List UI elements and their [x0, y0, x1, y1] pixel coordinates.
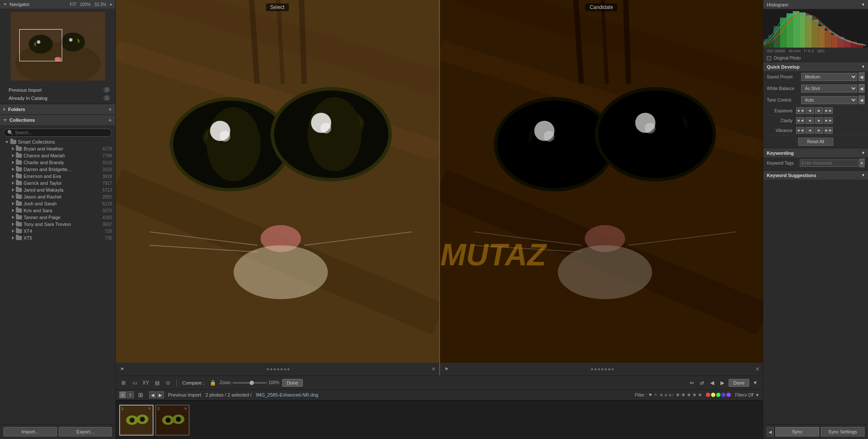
collection-item-charlie-brandy[interactable]: Charlie and Brandy 3133 — [0, 159, 115, 166]
purple-label-filter[interactable] — [726, 393, 731, 397]
zoom-slider[interactable] — [232, 382, 267, 384]
keyword-tags-input[interactable] — [800, 159, 859, 167]
collection-item-garrick-taylor[interactable]: Garrick and Taylor 7917 — [0, 180, 115, 186]
sync-settings-button[interactable]: Sync Settings — [821, 427, 865, 436]
filmstrip-thumb-2[interactable]: 2 ✕ — [155, 405, 190, 436]
quick-develop-options-icon[interactable]: ▾ — [862, 64, 865, 69]
folders-header[interactable]: Folders + — [0, 104, 115, 114]
collection-item-xt4[interactable]: XT4 728 — [0, 228, 115, 235]
status-filename[interactable]: IMG_2585-Enhanced-NR.dng — [256, 392, 319, 397]
navigator-fit[interactable]: FIT — [70, 2, 76, 7]
navigator-options-icon[interactable]: ▾ — [110, 2, 112, 7]
star4[interactable]: ★ — [692, 392, 697, 398]
swap2-icon[interactable]: ⇄ — [698, 379, 706, 387]
tone-control-prev-arrow[interactable]: ◀ — [859, 96, 865, 104]
collections-search-input[interactable] — [15, 130, 108, 135]
people-view-icon[interactable]: ⊙ — [164, 379, 172, 387]
navigator-zoom2[interactable]: 33.3% — [94, 2, 106, 7]
star-rating-filter[interactable]: ★ ★ ★ ★ ★ — [675, 392, 702, 398]
swap-images-icon[interactable]: ⇔ — [687, 379, 696, 387]
saved-preset-select[interactable]: Medium — [801, 73, 857, 81]
vibrance-increment-button[interactable]: ► — [815, 127, 823, 134]
saved-preset-prev-arrow[interactable]: ◀ — [859, 72, 865, 81]
grid-icon[interactable]: ⊞ — [136, 391, 145, 399]
keywording-options-icon[interactable]: ▾ — [862, 150, 865, 156]
vibrance-decrement-button[interactable]: ◄ — [805, 127, 814, 134]
done-button[interactable]: Done — [282, 379, 303, 387]
close-left-icon[interactable]: ✕ — [431, 366, 436, 372]
sort2-icon[interactable]: ≡↑ — [669, 393, 674, 397]
collections-search-bar[interactable]: 🔍 — [3, 129, 112, 137]
flag-filter3-icon[interactable]: ✕ — [660, 393, 663, 397]
grid-view-icon[interactable]: ⊞ — [119, 379, 128, 387]
survey-view-icon[interactable]: ▤ — [153, 379, 161, 387]
flag-icon-left[interactable]: ⚑ — [119, 366, 125, 372]
filmstrip-thumb-1[interactable]: 1 ✕ — [119, 405, 154, 436]
next-icon[interactable]: ▶ — [718, 379, 727, 387]
vibrance-increment-large-button[interactable]: ►► — [824, 127, 833, 134]
original-photo-checkbox[interactable] — [767, 56, 771, 60]
filmstrip-close2-icon[interactable]: ✕ — [184, 406, 187, 411]
collection-item-xt5[interactable]: XT5 735 — [0, 235, 115, 241]
yellow-label-filter[interactable] — [711, 393, 715, 397]
navigator-zoom1[interactable]: 100% — [80, 2, 91, 7]
exposure-increment-large-button[interactable]: ►► — [824, 107, 833, 114]
green-label-filter[interactable] — [716, 393, 720, 397]
clarity-decrement-button[interactable]: ◄ — [805, 117, 814, 124]
collection-item-jared-makayla[interactable]: Jared and Makayla 5713 — [0, 186, 115, 193]
compare-view-icon[interactable]: XY — [142, 379, 150, 387]
clarity-increment-button[interactable]: ► — [815, 117, 823, 124]
clarity-increment-large-button[interactable]: ►► — [824, 117, 833, 124]
star3[interactable]: ★ — [687, 392, 691, 398]
filter-toggle-icon[interactable]: ▼ — [755, 393, 760, 397]
close-right-icon[interactable]: ✕ — [755, 366, 760, 372]
filmstrip-close1-icon[interactable]: ✕ — [148, 406, 151, 411]
star5[interactable]: ★ — [698, 392, 702, 398]
sync-button[interactable]: Sync — [775, 427, 819, 436]
collection-item-darren-bridgette[interactable]: Darren and Bridgette... 3150 — [0, 166, 115, 173]
collection-item-tony-sara[interactable]: Tony and Sara Trevino 3637 — [0, 221, 115, 228]
flag-filter-icon[interactable]: ⚑ — [648, 393, 652, 397]
lock-icon[interactable]: 🔒 — [208, 379, 217, 387]
keyword-tags-prev-arrow[interactable]: ▾ — [859, 159, 865, 167]
star1[interactable]: ★ — [675, 392, 680, 398]
collection-item-kris-sara[interactable]: Kris and Sara 3276 — [0, 207, 115, 214]
collection-item-josh-sarah[interactable]: Josh and Sarah 6118 — [0, 200, 115, 207]
flag-icon-right[interactable]: ⚑ — [443, 366, 449, 372]
collection-item-emerson-eva[interactable]: Emerson and Eva 3818 — [0, 173, 115, 180]
collection-item-bryan-heather[interactable]: Bryan and Heather 4178 — [0, 145, 115, 152]
export-button[interactable]: Export... — [59, 427, 112, 436]
smart-collections-header[interactable]: Smart Collections — [0, 138, 115, 145]
histogram-header[interactable]: Histogram ▾ — [763, 0, 868, 9]
keyword-suggestions-options-icon[interactable]: ▾ — [862, 172, 865, 178]
white-balance-prev-arrow[interactable]: ◀ — [859, 84, 865, 93]
collection-item-chance-mariah[interactable]: Chance and Mariah 7798 — [0, 152, 115, 159]
quick-develop-header[interactable]: Quick Develop ▾ — [763, 62, 868, 71]
star2[interactable]: ★ — [681, 392, 686, 398]
reset-all-button[interactable]: Reset All — [798, 138, 833, 146]
white-balance-select[interactable]: As Shot — [801, 84, 857, 93]
dropdown-icon[interactable]: ▼ — [751, 379, 760, 387]
done-button-2[interactable]: Done — [729, 379, 749, 387]
prev-icon[interactable]: ◀ — [708, 379, 717, 387]
catalog-already-in-catalog[interactable]: Already In Catalog 1 — [0, 94, 115, 102]
keyword-suggestions-header[interactable]: Keyword Suggestions ▾ — [763, 170, 868, 180]
loupe-view-icon[interactable]: ▭ — [130, 379, 139, 387]
catalog-previous-import[interactable]: Previous Import 2 — [0, 86, 115, 94]
next-arrow[interactable]: ▶ — [157, 391, 164, 398]
tone-control-select[interactable]: Auto — [801, 96, 857, 104]
vibrance-decrement-large-button[interactable]: ◄◄ — [796, 127, 805, 134]
prev-arrow[interactable]: ◀ — [149, 391, 156, 398]
red-label-filter[interactable] — [706, 393, 710, 397]
exposure-decrement-large-button[interactable]: ◄◄ — [796, 107, 805, 114]
navigator-header[interactable]: Navigator FIT 100% 33.3% ▾ — [0, 0, 115, 9]
clarity-decrement-large-button[interactable]: ◄◄ — [796, 117, 805, 124]
collection-item-jason-rachel[interactable]: Jason and Rachel 2892 — [0, 193, 115, 200]
collection-item-tanner-paige[interactable]: Tanner and Paige 4183 — [0, 214, 115, 221]
exposure-decrement-button[interactable]: ◄ — [805, 107, 814, 114]
histogram-options-icon[interactable]: ▾ — [862, 2, 865, 7]
module-tab-2[interactable]: 2 — [127, 391, 134, 398]
module-tab-1[interactable]: 1 — [119, 391, 126, 398]
folders-add-button[interactable]: + — [108, 106, 112, 113]
keywording-header[interactable]: Keywording ▾ — [763, 148, 868, 157]
